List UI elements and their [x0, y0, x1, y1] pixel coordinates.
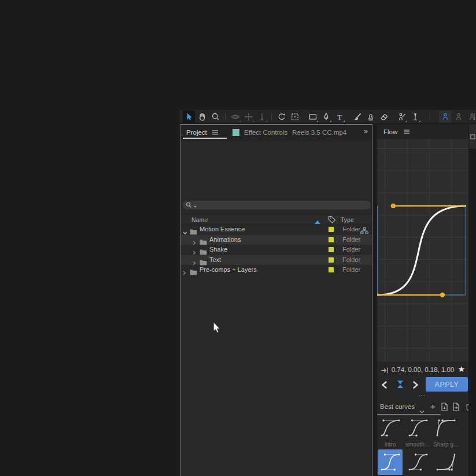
project-panel: Project Effect Controls Reels 3.5 CC.mp4…: [180, 124, 372, 476]
panel-menu-icon[interactable]: [212, 127, 219, 138]
preset-thumbnail-intro[interactable]: [378, 415, 403, 441]
search-caret-icon: [193, 200, 197, 211]
item-name[interactable]: Text: [209, 256, 221, 263]
comp-swatch-icon: [233, 129, 239, 136]
label-color-chip[interactable]: [329, 267, 334, 272]
label-color-chip[interactable]: [329, 237, 334, 242]
tree-row-motion-essence[interactable]: Motion EssenceFolder: [180, 224, 372, 235]
item-type: Folder: [342, 266, 360, 273]
item-type: Folder: [342, 236, 360, 243]
column-divider: [337, 216, 337, 224]
tab-project-label: Project: [186, 129, 207, 136]
tree-row-animations[interactable]: AnimationsFolder: [180, 235, 372, 245]
preset-thumbnail-sharp-g[interactable]: [433, 415, 458, 441]
preset-thumbnail-3[interactable]: [378, 449, 403, 475]
label-color-chip[interactable]: [329, 257, 334, 263]
rectangle-tool-icon[interactable]: [307, 110, 319, 123]
label-color-chip[interactable]: [329, 227, 334, 232]
project-item-list: Motion EssenceFolderAnimationsFolderShak…: [180, 224, 372, 275]
pan-camera-tool-icon: [242, 110, 254, 123]
flow-panel-title: Flow: [383, 128, 397, 135]
preset-label: smooth ...: [405, 441, 430, 449]
apply-button[interactable]: APPLY: [426, 377, 468, 392]
label-color-chip[interactable]: [329, 247, 334, 252]
type-tool-icon[interactable]: T: [333, 110, 345, 123]
delete-preset-icon[interactable]: [464, 403, 468, 414]
toolbar-separator: [225, 113, 226, 121]
previous-curve-icon[interactable]: [381, 381, 388, 391]
item-type: Folder: [342, 246, 360, 253]
person-tool-icon: [452, 110, 464, 123]
tab-effect-controls-label: Effect Controls: [244, 129, 287, 136]
tree-row-shake[interactable]: ShakeFolder: [180, 245, 372, 255]
roto-brush-tool-icon[interactable]: [396, 110, 408, 123]
bezier-values-row: 0.74, 0.00, 0.18, 1.00 ★: [377, 364, 468, 377]
preset-label: Intro: [378, 441, 403, 449]
active-tab-underline: [183, 138, 227, 139]
hand-tool-icon[interactable]: [196, 110, 208, 123]
brush-tool-icon[interactable]: [351, 110, 363, 123]
search-icon: [186, 200, 192, 211]
favorite-star-icon[interactable]: ★: [457, 364, 465, 374]
item-name[interactable]: Pre-comps + Layers: [200, 266, 257, 273]
panel-menu-icon[interactable]: [403, 127, 410, 137]
rotation-tool-icon[interactable]: [275, 110, 287, 123]
panel-resize-handle[interactable]: ...: [377, 391, 467, 397]
person-partial-tool-icon: [466, 110, 476, 123]
tree-row-pre-comps-layers[interactable]: Pre-comps + LayersFolder: [180, 265, 372, 275]
item-type: Folder: [342, 226, 360, 233]
add-preset-button[interactable]: +: [430, 401, 436, 411]
label-color-column-icon[interactable]: [328, 216, 336, 225]
puppet-pin-tool-icon[interactable]: [409, 110, 421, 123]
eraser-tool-icon[interactable]: [378, 110, 390, 123]
flow-curve-editor[interactable]: [377, 139, 468, 361]
bezier-values-text[interactable]: 0.74, 0.00, 0.18, 1.00: [377, 366, 468, 373]
zoom-tool-icon[interactable]: [209, 110, 222, 123]
item-name[interactable]: Motion Essence: [200, 226, 245, 233]
pen-tool-icon[interactable]: [320, 110, 332, 123]
flow-logo-icon[interactable]: [396, 380, 404, 391]
column-type-label[interactable]: Type: [341, 216, 354, 223]
preset-thumbnail-smooth[interactable]: [405, 415, 430, 441]
orbit-camera-tool-icon: [229, 110, 241, 123]
camera-region-tool-icon[interactable]: [289, 110, 301, 123]
list-column-header: Name Type: [180, 215, 372, 224]
bezier-curve[interactable]: [378, 206, 466, 295]
person-highlight-tool-icon[interactable]: [439, 110, 451, 123]
preset-thumbnail-4[interactable]: [405, 449, 430, 475]
dolly-camera-tool-icon: [256, 110, 268, 123]
preset-library-row: Best curves +: [377, 401, 468, 414]
handle-dot-p2[interactable]: [391, 204, 396, 208]
tab-document-name: Reels 3.5 CC.mp4: [292, 129, 346, 136]
preset-thumbnail-5[interactable]: [433, 449, 458, 475]
selection-tool-icon[interactable]: [183, 110, 195, 123]
export-presets-icon[interactable]: [452, 403, 460, 414]
item-name[interactable]: Shake: [209, 246, 227, 253]
tools-toolbar: T: [179, 110, 476, 123]
tab-effect-controls[interactable]: Effect Controls Reels 3.5 CC.mp4: [233, 125, 346, 139]
flow-panel: Flow 0.74, 0.00, 0.18, 1.00 ★ APPLY ... …: [377, 124, 468, 476]
preset-label: Sharp g...: [433, 441, 458, 449]
search-input[interactable]: [183, 201, 371, 209]
toolbar-separator: [430, 113, 430, 121]
handle-dot-p1[interactable]: [440, 293, 445, 297]
tab-overflow-chevrons[interactable]: »: [364, 127, 368, 135]
clone-stamp-tool-icon[interactable]: [364, 110, 377, 123]
column-name-label[interactable]: Name: [191, 216, 208, 223]
clipped-panel-edge: [469, 124, 476, 149]
item-type: Folder: [342, 256, 360, 263]
preset-grid: Introsmooth ...Sharp g...: [378, 415, 458, 475]
library-dropdown[interactable]: Best curves: [380, 403, 415, 410]
import-presets-icon[interactable]: [441, 403, 448, 414]
flow-panel-header: Flow: [377, 124, 468, 139]
item-name[interactable]: Animations: [209, 236, 241, 243]
svg-text:T: T: [337, 112, 342, 121]
tree-row-text[interactable]: TextFolder: [180, 255, 372, 265]
folder-icon: [190, 267, 197, 278]
panel-tab-bar: Project Effect Controls Reels 3.5 CC.mp4…: [180, 125, 372, 139]
expand-chevron-icon[interactable]: [183, 267, 186, 278]
toolbar-separator: [271, 113, 272, 121]
